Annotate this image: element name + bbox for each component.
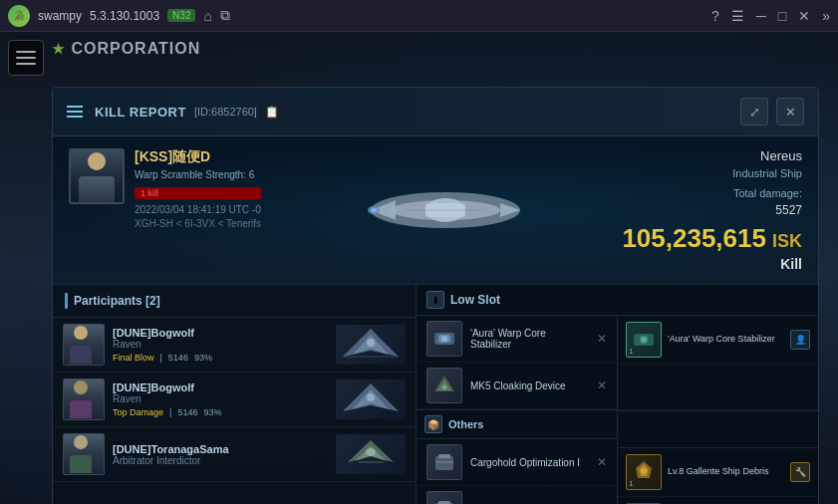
items-left-column: 'Aura' Warp Core Stabilizer ✕ bbox=[417, 316, 618, 504]
others-item-1-close[interactable]: ✕ bbox=[597, 455, 607, 469]
avatar-figure-3 bbox=[70, 435, 98, 473]
pilot-stat: Warp Scramble Strength: 6 bbox=[135, 169, 261, 180]
pilot-kill-badge: 1 kill bbox=[135, 187, 261, 199]
badge-dmg-value-1: 5146 bbox=[168, 353, 188, 363]
modal-menu-icon[interactable] bbox=[67, 106, 83, 118]
maximize-icon[interactable]: □ bbox=[778, 8, 786, 24]
home-icon[interactable]: ⌂ bbox=[203, 8, 211, 24]
svg-point-7 bbox=[371, 208, 377, 212]
right-spacer-1 bbox=[618, 365, 818, 410]
avatar-head bbox=[74, 326, 88, 340]
taskbar: 🐊 swampy 5.3.130.1003 N32 ⌂ ⧉ ? ☰ ─ □ ✕ … bbox=[0, 0, 838, 32]
help-icon[interactable]: ? bbox=[711, 8, 719, 24]
low-slot-item-1-row[interactable]: 'Aura' Warp Core Stabilizer ✕ bbox=[417, 316, 617, 363]
pilot-figure bbox=[77, 150, 117, 202]
avatar-body bbox=[70, 346, 92, 364]
right-item-1-row[interactable]: 1 'Aura' Warp Core Stabilizer 👤 bbox=[618, 316, 818, 365]
svg-point-19 bbox=[366, 448, 376, 456]
external-link-button[interactable]: ⤢ bbox=[740, 98, 768, 126]
badge-label-1: Final Blow bbox=[113, 353, 154, 363]
badge-pct-2: 93% bbox=[203, 407, 221, 417]
svg-point-35 bbox=[642, 338, 646, 342]
participant-2-badge: Top Damage | 5146 93% bbox=[113, 407, 328, 417]
right-item-gold-row[interactable]: 1 Lv.8 Gallente Ship Debris 🔧 bbox=[618, 448, 818, 497]
badge-dmg-2: | bbox=[169, 407, 171, 417]
avatar-figure bbox=[70, 326, 98, 364]
low-slot-item-2-row[interactable]: MK5 Cloaking Device ✕ bbox=[417, 363, 617, 409]
participant-row[interactable]: [DUNE]Bogwolf Raven Top Damage | 5146 93… bbox=[53, 373, 416, 427]
others-item-2-row[interactable]: Cargohold Optimization I ✕ bbox=[417, 486, 617, 504]
badge-label-2: Top Damage bbox=[113, 407, 163, 417]
isk-label: ISK bbox=[772, 231, 802, 252]
pilot-avatar bbox=[69, 148, 125, 204]
modal-title-area: KILL REPORT [ID:6852760] 📋 bbox=[67, 105, 279, 120]
ship-image-area bbox=[268, 148, 622, 272]
low-slot-header: ⬇ Low Slot bbox=[417, 285, 818, 316]
right-item-gold-action[interactable]: 🔧 bbox=[790, 462, 810, 482]
more-icon[interactable]: » bbox=[822, 8, 830, 24]
right-item-cargo-row[interactable]: 1 Cargohold Optimization I ✕ bbox=[618, 497, 818, 504]
modal-title-id: [ID:6852760] bbox=[194, 106, 257, 118]
sidebar-toggle-button[interactable] bbox=[8, 40, 44, 76]
pilot-avatar-image bbox=[71, 150, 123, 202]
low-slot-item-2-close[interactable]: ✕ bbox=[597, 378, 607, 392]
warp-stabilizer-icon bbox=[430, 325, 458, 353]
participant-2-ship-thumb bbox=[336, 379, 406, 419]
others-title: Others bbox=[448, 418, 483, 430]
minimize-icon[interactable]: ─ bbox=[756, 8, 766, 24]
warp-stab-right-icon bbox=[630, 326, 658, 354]
others-item-2-icon bbox=[426, 491, 462, 504]
raven-ship-svg-2 bbox=[339, 381, 404, 417]
clipboard-icon[interactable]: 📋 bbox=[265, 106, 279, 119]
avatar-body-2 bbox=[70, 400, 92, 418]
badge-pct-1: 93% bbox=[194, 353, 212, 363]
kill-report-modal: KILL REPORT [ID:6852760] 📋 ⤢ ✕ bbox=[52, 87, 819, 504]
participant-1-ship-thumb bbox=[336, 325, 406, 365]
svg-point-12 bbox=[367, 339, 375, 347]
cargohold-icon-1 bbox=[430, 448, 458, 476]
low-slot-item-1-close[interactable]: ✕ bbox=[597, 332, 607, 346]
others-item-1-row[interactable]: Cargohold Optimization I ✕ bbox=[417, 439, 617, 486]
items-right-column: 1 'Aura' Warp Core Stabilizer 👤 bbox=[618, 316, 818, 504]
cargohold-icon-2 bbox=[430, 495, 458, 504]
svg-rect-27 bbox=[435, 456, 453, 470]
right-item-gold-icon: 1 bbox=[626, 454, 662, 490]
arbitrator-ship-svg bbox=[339, 436, 404, 472]
copy-icon[interactable]: ⧉ bbox=[220, 7, 230, 24]
low-slot-item-2-name: MK5 Cloaking Device bbox=[470, 380, 589, 391]
participant-2-name: [DUNE]Bogwolf bbox=[113, 381, 328, 393]
low-slot-item-1-name: 'Aura' Warp Core Stabilizer bbox=[470, 328, 589, 350]
participant-2-ship: Raven bbox=[113, 393, 328, 404]
right-item-1-action[interactable]: 👤 bbox=[790, 330, 810, 350]
close-icon[interactable]: ✕ bbox=[798, 8, 810, 24]
svg-point-23 bbox=[441, 336, 447, 342]
participant-1-info: [DUNE]Bogwolf Raven Final Blow | 5146 93… bbox=[113, 327, 328, 363]
modal-header: KILL REPORT [ID:6852760] 📋 ⤢ ✕ bbox=[53, 88, 818, 136]
pilot-name: [KSS]随便D bbox=[135, 148, 261, 166]
hamburger-line-1 bbox=[16, 51, 36, 53]
participant-1-name: [DUNE]Bogwolf bbox=[113, 327, 328, 339]
badge-dmg-1: | bbox=[160, 353, 162, 363]
right-item-1-icon: 1 bbox=[626, 322, 662, 358]
participant-2-info: [DUNE]Bogwolf Raven Top Damage | 5146 93… bbox=[113, 381, 328, 417]
others-icon: 📦 bbox=[424, 415, 442, 433]
participant-row[interactable]: [DUNE]ToranagaSama Arbitrator Interdicto… bbox=[53, 427, 416, 482]
low-slot-icon: ⬇ bbox=[426, 291, 444, 309]
participant-3-ship-thumb bbox=[336, 434, 406, 474]
avatar-inner-2 bbox=[64, 379, 104, 419]
hamburger-line-2 bbox=[16, 57, 36, 59]
pilot-location: XGH-SH < 6I-3VX < Tenerifs bbox=[135, 218, 261, 229]
avatar-head-3 bbox=[74, 435, 88, 449]
avatar-figure-2 bbox=[70, 380, 98, 418]
taskbar-left: 🐊 swampy 5.3.130.1003 N32 ⌂ ⧉ bbox=[8, 5, 230, 27]
participant-row[interactable]: [DUNE]Bogwolf Raven Final Blow | 5146 93… bbox=[53, 318, 416, 373]
total-damage-value: 5527 bbox=[775, 203, 802, 217]
participants-header: Participants [2] bbox=[53, 285, 416, 318]
ship-svg bbox=[346, 165, 545, 255]
menu-icon[interactable]: ☰ bbox=[731, 8, 744, 24]
game-area: ★ CORPORATION KILL REPORT [ID:6852760] 📋… bbox=[0, 32, 838, 504]
app-badge: N32 bbox=[167, 9, 195, 22]
modal-close-button[interactable]: ✕ bbox=[776, 98, 804, 126]
items-panel: ⬇ Low Slot bbox=[417, 285, 818, 504]
svg-point-38 bbox=[641, 468, 647, 474]
